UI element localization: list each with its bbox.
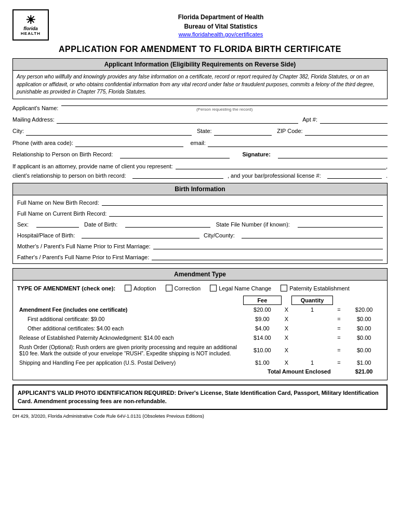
sun-icon: ☀ bbox=[25, 15, 36, 26]
footer-note: DH 429, 3/2020, Florida Administrative C… bbox=[12, 414, 388, 419]
birth-section: Birth Information Full Name on New Birth… bbox=[12, 183, 388, 264]
correction-checkbox[interactable] bbox=[166, 285, 172, 291]
florida-health-logo: ☀ florida HEALTH bbox=[12, 9, 49, 41]
checkbox-correction[interactable]: Correction bbox=[166, 285, 201, 291]
fee-row-0: Amendment Fee (includes one certificate)… bbox=[17, 305, 383, 314]
relationship-label: Relationship to Person on Birth Record: bbox=[12, 151, 113, 158]
checkbox-paternity[interactable]: Paternity Establishment bbox=[281, 285, 350, 291]
mailing-label: Mailing Address: bbox=[12, 116, 55, 124]
applicant-name-row: Applicant's Name: (Person requesting the… bbox=[12, 104, 388, 112]
city-county-label: City/County: bbox=[204, 232, 235, 238]
file-number-label: State File Number (if known): bbox=[216, 221, 289, 228]
name-label: Applicant's Name: bbox=[12, 104, 58, 112]
hospital-label: Hospital/Place of Birth: bbox=[17, 232, 75, 238]
phone-input[interactable] bbox=[75, 140, 183, 147]
logo-area: ☀ florida HEALTH bbox=[12, 9, 54, 41]
hospital-row: Hospital/Place of Birth: City/County: bbox=[17, 231, 383, 238]
city-input[interactable] bbox=[26, 128, 192, 136]
fee-col-header: Fee bbox=[244, 296, 282, 305]
phone-label: Phone (with area code): bbox=[12, 139, 73, 147]
apt-input[interactable] bbox=[320, 116, 388, 124]
amendment-section: Amendment Type TYPE OF AMENDMENT (check … bbox=[12, 268, 388, 380]
father-row: Father's / Parent's Full Name Prior to F… bbox=[17, 253, 383, 260]
city-state-zip-row: City: State: ZIP Code: bbox=[12, 127, 388, 135]
file-number-input[interactable] bbox=[298, 220, 383, 228]
checkbox-legal-name-change[interactable]: Legal Name Change bbox=[210, 285, 271, 291]
name-input[interactable] bbox=[61, 105, 388, 106]
paternity-checkbox[interactable] bbox=[281, 285, 287, 291]
relationship-row: Relationship to Person on Birth Record: … bbox=[12, 151, 388, 158]
main-title: APPLICATION FOR AMENDMENT TO FLORIDA BIR… bbox=[12, 45, 388, 54]
fee-row-4: Rush Order (Optional): Rush orders are g… bbox=[17, 342, 383, 358]
mother-label: Mother's / Parent's Full Name Prior to F… bbox=[17, 243, 151, 249]
mother-row: Mother's / Parent's Full Name Prior to F… bbox=[17, 242, 383, 249]
mother-input[interactable] bbox=[153, 242, 383, 249]
state-label: State: bbox=[197, 127, 212, 135]
amendment-type-row: TYPE OF AMENDMENT (check one): Adoption … bbox=[17, 285, 383, 291]
birth-body: Full Name on New Birth Record: Full Name… bbox=[12, 195, 388, 264]
mailing-address-input[interactable] bbox=[57, 116, 299, 124]
adoption-label: Adoption bbox=[134, 285, 156, 291]
sex-label: Sex: bbox=[17, 221, 29, 228]
period-end: . bbox=[386, 172, 388, 179]
fee-row-1: First additional certificate: $9.00$9.00… bbox=[17, 314, 383, 324]
current-name-input[interactable] bbox=[109, 209, 383, 217]
father-label: Father's / Parent's Full Name Prior to F… bbox=[17, 254, 149, 260]
header-org-info: Florida Department of Health Bureau of V… bbox=[54, 12, 388, 37]
client-label: client's relationship to person on birth… bbox=[12, 172, 126, 179]
current-name-label: Full Name on Current Birth Record: bbox=[17, 210, 106, 217]
zip-input[interactable] bbox=[305, 128, 388, 136]
disclaimer-text: Any person who willfully and knowingly p… bbox=[12, 71, 388, 99]
email-label: email: bbox=[191, 139, 206, 147]
qty-col-header: Quantity bbox=[291, 296, 332, 305]
fee-row-5: Shipping and Handling Fee per applicatio… bbox=[17, 358, 383, 367]
org-url[interactable]: www.floridahealth.gov/certificates bbox=[179, 31, 263, 37]
amendment-body: TYPE OF AMENDMENT (check one): Adoption … bbox=[13, 281, 387, 380]
legal-name-change-label: Legal Name Change bbox=[219, 285, 271, 291]
attorney-input[interactable] bbox=[176, 162, 386, 169]
signature-label: Signature: bbox=[242, 151, 270, 158]
paternity-label: Paternity Establishment bbox=[289, 285, 350, 291]
checkbox-adoption[interactable]: Adoption bbox=[125, 285, 156, 291]
logo-health-text: HEALTH bbox=[21, 31, 41, 36]
notice-box: APPLICANT'S VALID PHOTO IDENTIFICATION R… bbox=[12, 384, 388, 410]
applicant-section: Applicant Information (Eligibility Requi… bbox=[12, 58, 388, 179]
sex-input[interactable] bbox=[36, 220, 79, 228]
father-input[interactable] bbox=[152, 253, 383, 260]
city-county-input[interactable] bbox=[242, 231, 383, 238]
org-line1: Florida Department of Health bbox=[54, 12, 388, 22]
dob-input[interactable] bbox=[125, 220, 210, 228]
attorney-row: If applicant is an attorney, provide nam… bbox=[12, 162, 388, 169]
attorney-label: If applicant is an attorney, provide nam… bbox=[12, 163, 173, 169]
client-relationship-input[interactable] bbox=[132, 171, 223, 179]
bar-label: , and your bar/professional license #: bbox=[228, 172, 321, 179]
amendment-section-header: Amendment Type bbox=[13, 269, 387, 281]
adoption-checkbox[interactable] bbox=[125, 285, 131, 291]
fee-row-2: Other additional certificates: $4.00 eac… bbox=[17, 324, 383, 333]
logo-florida-text: florida bbox=[23, 26, 38, 31]
current-name-row: Full Name on Current Birth Record: bbox=[17, 209, 383, 217]
phone-email-row: Phone (with area code): email: bbox=[12, 139, 388, 147]
email-input[interactable] bbox=[208, 140, 388, 147]
legal-name-change-checkbox[interactable] bbox=[210, 285, 217, 291]
relationship-input[interactable] bbox=[120, 151, 230, 158]
fee-row-3: Release of Established Paternity Acknowl… bbox=[17, 333, 383, 342]
new-name-input[interactable] bbox=[102, 198, 383, 206]
state-input[interactable] bbox=[214, 128, 272, 136]
type-of-amendment-label: TYPE OF AMENDMENT (check one): bbox=[17, 285, 115, 291]
hospital-input[interactable] bbox=[82, 231, 199, 238]
signature-input[interactable] bbox=[278, 151, 388, 158]
sex-dob-file-row: Sex: Date of Birth: State File Number (i… bbox=[17, 220, 383, 228]
fee-desc-col bbox=[17, 296, 244, 305]
org-line2: Bureau of Vital Statistics bbox=[54, 22, 388, 31]
total-label: Total Amount Enclosed bbox=[244, 367, 333, 376]
applicant-section-header: Applicant Information (Eligibility Requi… bbox=[12, 58, 388, 71]
city-label: City: bbox=[12, 127, 24, 135]
total-value: $21.00 bbox=[345, 367, 383, 376]
bar-input[interactable] bbox=[327, 171, 382, 179]
birth-section-header: Birth Information bbox=[12, 183, 388, 195]
fee-table: Fee Quantity Amendment Fee (includes one… bbox=[17, 296, 383, 376]
zip-label: ZIP Code: bbox=[277, 127, 302, 135]
total-row: Total Amount Enclosed $21.00 bbox=[17, 367, 383, 376]
client-row: client's relationship to person on birth… bbox=[12, 171, 388, 179]
